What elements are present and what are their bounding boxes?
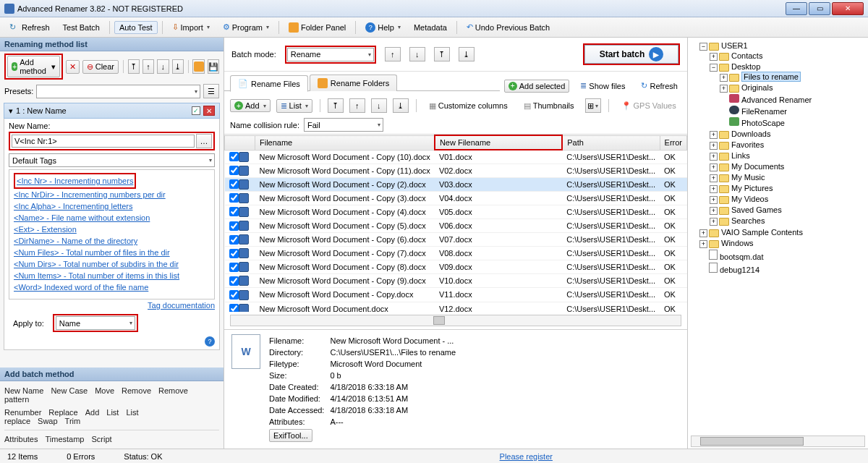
row-checkbox[interactable] <box>229 304 239 312</box>
start-batch-button[interactable]: Start batch▶ <box>584 45 678 64</box>
row-checkbox[interactable] <box>229 263 239 272</box>
tab-rename-files[interactable]: 📄Rename Files <box>230 75 308 92</box>
batch-method-script[interactable]: Script <box>91 435 111 443</box>
tag-word[interactable]: <Word> Indexed word of the file name <box>14 281 210 293</box>
program-menu[interactable]: ⚙Program <box>218 20 274 34</box>
tree-refresh-button[interactable]: ↻Refresh <box>636 79 683 93</box>
table-row[interactable]: New Microsoft Word Document - Copy (10).… <box>225 150 687 163</box>
exiftool-button[interactable]: ExifTool... <box>269 429 312 442</box>
method-close-button[interactable]: ✕ <box>203 106 215 116</box>
table-row[interactable]: New Microsoft Word Document - Copy (9).d… <box>225 274 687 288</box>
file-grid[interactable]: Filename New Filename Path Error New Mic… <box>224 135 687 312</box>
move-down-button[interactable]: ↓ <box>371 98 387 113</box>
minimize-button[interactable]: — <box>786 2 807 15</box>
tree-windows[interactable]: Windows <box>721 239 754 247</box>
col-down-button[interactable]: ↓ <box>409 47 425 61</box>
tree-vaio[interactable]: VAIO Sample Contents <box>721 228 803 237</box>
method-panel-head[interactable]: ▾ 1 : New Name ✓ ✕ <box>4 103 220 119</box>
default-tags-select[interactable]: Default Tags <box>9 153 215 167</box>
method-help-icon[interactable]: ? <box>205 336 215 347</box>
move-up-button[interactable]: ↑ <box>142 59 154 74</box>
maximize-button[interactable]: ▭ <box>809 2 830 15</box>
tree-contacts[interactable]: Contacts <box>731 51 762 60</box>
import-menu[interactable]: ⇩Import <box>167 20 215 34</box>
presets-menu-button[interactable]: ☰ <box>203 84 219 98</box>
table-row[interactable]: New Microsoft Word Document - Copy (8).d… <box>225 260 687 274</box>
table-row[interactable]: New Microsoft Word Document - Copy (3).d… <box>225 191 687 205</box>
tag-inc-nr[interactable]: <Inc Nr> - Incrementing numbers <box>17 175 133 187</box>
close-button[interactable]: ✕ <box>832 2 864 15</box>
tree-expand[interactable]: + <box>720 85 728 93</box>
new-name-input[interactable] <box>12 135 195 148</box>
folder-panel-button[interactable]: Folder Panel <box>284 20 351 35</box>
tree-expand[interactable]: + <box>710 53 718 61</box>
row-checkbox[interactable] <box>229 152 239 161</box>
auto-test-button[interactable]: Auto Test <box>114 21 158 34</box>
row-checkbox[interactable] <box>229 207 239 216</box>
tag-dirname[interactable]: <DirName> - Name of the directory <box>14 235 210 247</box>
tree-expand[interactable]: − <box>710 64 718 72</box>
tree-downloads[interactable]: Downloads <box>731 129 770 138</box>
batch-method-replace[interactable]: Replace <box>48 408 77 417</box>
col-path[interactable]: Path <box>562 135 660 150</box>
table-row[interactable]: New Microsoft Word Document - Copy (11).… <box>225 163 687 177</box>
tree-filerenamer[interactable]: FileRenamer <box>741 107 787 116</box>
tree-originals[interactable]: Originals <box>741 83 773 92</box>
list-menu-button[interactable]: ≣List <box>276 99 312 113</box>
col-filename[interactable]: Filename <box>255 135 435 150</box>
collision-select[interactable]: Fail <box>304 118 383 132</box>
delete-method-button[interactable]: ✕ <box>66 60 80 74</box>
move-top-button[interactable]: ⤒ <box>128 59 140 74</box>
batch-method-renumber[interactable]: Renumber <box>4 408 41 417</box>
table-row[interactable]: New Microsoft Word Document.docx V12.doc… <box>225 302 687 312</box>
table-row[interactable]: New Microsoft Word Document - Copy (2).d… <box>225 177 687 191</box>
tree-myvids[interactable]: My Videos <box>731 195 768 203</box>
tag-numdirs[interactable]: <Num Dirs> - Total number of subdirs in … <box>14 258 210 270</box>
tree-debug[interactable]: debug1214 <box>720 266 760 274</box>
tree-mydocs[interactable]: My Documents <box>731 162 784 171</box>
tag-inc-alpha[interactable]: <Inc Alpha> - Incrementing letters <box>14 200 210 212</box>
open-button[interactable] <box>192 59 204 74</box>
move-bottom-button[interactable]: ⤓ <box>393 98 409 113</box>
table-row[interactable]: New Microsoft Word Document - Copy (7).d… <box>225 247 687 260</box>
table-row[interactable]: New Microsoft Word Document - Copy (6).d… <box>225 233 687 247</box>
col-error[interactable]: Error <box>660 135 686 150</box>
batch-method-attributes[interactable]: Attributes <box>4 435 38 443</box>
tree-searches[interactable]: Searches <box>731 216 765 225</box>
table-row[interactable]: New Microsoft Word Document - Copy.docx … <box>225 288 687 302</box>
batch-method-timestamp[interactable]: Timestamp <box>45 435 84 443</box>
batch-method-trim[interactable]: Trim <box>65 417 81 425</box>
row-checkbox[interactable] <box>229 249 239 258</box>
row-checkbox[interactable] <box>229 221 239 231</box>
tree-files-to-rename[interactable]: Files to rename <box>741 72 801 82</box>
col-bottom-button[interactable]: ⤓ <box>459 47 475 61</box>
tree-favorites[interactable]: Favorites <box>731 140 764 149</box>
show-files-button[interactable]: ≣Show files <box>575 79 630 93</box>
help-menu[interactable]: ?Help <box>360 20 406 35</box>
register-link[interactable]: Please register <box>500 452 553 461</box>
row-checkbox[interactable] <box>229 193 239 203</box>
clear-button[interactable]: ⊖Clear <box>82 60 119 74</box>
row-checkbox[interactable] <box>229 290 239 300</box>
tag-inc-nr-dir[interactable]: <Inc NrDir> - Incrementing numbers per d… <box>14 189 210 200</box>
col-up-button[interactable]: ↑ <box>385 47 401 61</box>
tree-expand[interactable]: − <box>699 43 707 51</box>
move-top-button[interactable]: ⤒ <box>328 98 344 113</box>
batch-method-move[interactable]: Move <box>95 386 114 395</box>
gps-values-button[interactable]: 📍GPS Values <box>616 99 681 113</box>
save-button[interactable]: 💾 <box>208 59 219 74</box>
row-checkbox[interactable] <box>229 276 239 286</box>
refresh-button[interactable]: ↻Refresh <box>4 20 55 35</box>
tree-hscroll[interactable] <box>691 436 865 447</box>
table-row[interactable]: New Microsoft Word Document - Copy (4).d… <box>225 205 687 218</box>
tree-photoscape[interactable]: PhotoScape <box>741 119 785 127</box>
batch-method-remove[interactable]: Remove <box>122 386 151 395</box>
batch-mode-select[interactable]: Rename <box>287 48 374 61</box>
row-checkbox[interactable] <box>229 235 239 245</box>
tree-mymusic[interactable]: My Music <box>731 173 765 182</box>
table-row[interactable]: New Microsoft Word Document - Copy (5).d… <box>225 218 687 232</box>
folder-tree[interactable]: −USER1 +Contacts −Desktop +Files to rena… <box>688 38 868 434</box>
row-checkbox[interactable] <box>229 166 239 175</box>
tree-advanced-renamer[interactable]: Advanced Renamer <box>741 95 812 104</box>
add-method-button[interactable]: +Add method ▾ <box>7 56 60 77</box>
